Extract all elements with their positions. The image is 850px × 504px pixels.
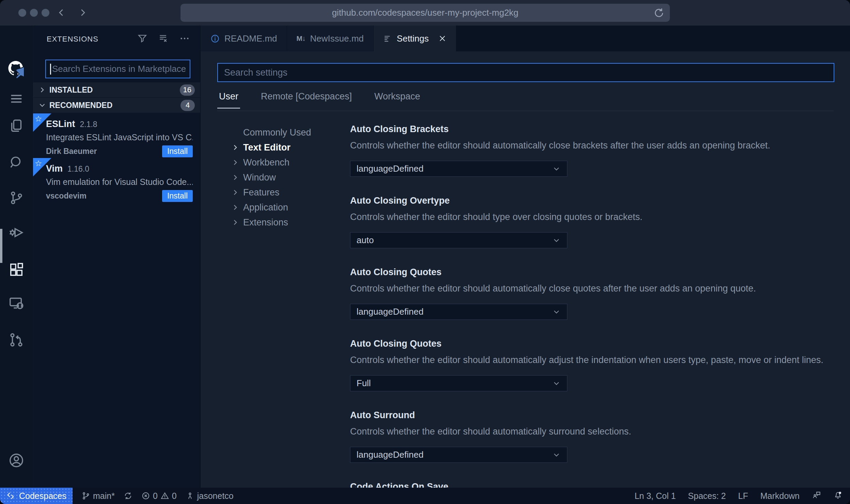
install-button[interactable]: Install: [162, 190, 193, 202]
eol-status[interactable]: LF: [738, 491, 748, 501]
setting-dropdown[interactable]: languageDefined: [350, 161, 567, 177]
browser-window: github.com/codespaces/user-my-project-mg…: [0, 0, 850, 504]
remote-explorer-icon[interactable]: [0, 296, 33, 311]
toc-window[interactable]: Window: [231, 170, 311, 185]
back-button[interactable]: [53, 4, 70, 21]
scope-tab-workspace[interactable]: Workspace: [373, 91, 422, 109]
setting-title: Auto Surround: [350, 409, 850, 421]
setting-description: Controls whether the editor should type …: [350, 210, 850, 223]
setting-dropdown[interactable]: Full: [350, 375, 567, 391]
extension-item-vim[interactable]: ☆ Vim 1.16.0 Vim emulation for Visual St…: [33, 158, 200, 203]
address-bar[interactable]: github.com/codespaces/user-my-project-mg…: [180, 4, 670, 22]
section-recommended[interactable]: RECOMMENDED 4: [33, 98, 200, 113]
clear-extensions-icon[interactable]: [158, 33, 169, 45]
toc-application[interactable]: Application: [231, 200, 311, 215]
menu-icon[interactable]: [0, 91, 33, 107]
account-icon[interactable]: [0, 453, 33, 468]
settings-scope-tabs: User Remote [Codespaces] Workspace: [217, 91, 422, 109]
scope-tab-user[interactable]: User: [217, 91, 240, 109]
settings-search-input[interactable]: [217, 63, 834, 82]
recommended-star-icon: ☆: [33, 158, 51, 176]
run-debug-icon[interactable]: [0, 225, 33, 240]
chevron-down-icon: [38, 101, 47, 110]
toc-text-editor[interactable]: Text Editor: [231, 140, 311, 155]
minimize-window-button[interactable]: [30, 9, 38, 17]
error-count: 0: [153, 491, 158, 501]
install-button[interactable]: Install: [162, 145, 193, 157]
setting-auto-closing-quotes: Auto Closing Quotes Controls whether the…: [350, 266, 850, 320]
zoom-window-button[interactable]: [42, 9, 49, 17]
branch-name: main*: [93, 491, 115, 501]
toc-extensions[interactable]: Extensions: [231, 215, 311, 230]
scope-tab-remote[interactable]: Remote [Codespaces]: [259, 91, 353, 109]
tab-readme[interactable]: README.md: [201, 26, 287, 51]
section-installed[interactable]: INSTALLED 16: [33, 82, 200, 98]
browser-chrome: github.com/codespaces/user-my-project-mg…: [0, 0, 850, 26]
chevron-down-icon: [552, 451, 561, 459]
remote-indicator[interactable]: Codespaces: [0, 488, 73, 504]
extension-description: Vim emulation for Visual Studio Code...: [46, 177, 193, 187]
sidebar-title: EXTENSIONS: [47, 35, 98, 44]
setting-title: Auto Closing Brackets: [350, 123, 850, 135]
github-pull-requests-icon[interactable]: [0, 332, 33, 348]
recommended-count-badge: 4: [180, 100, 195, 111]
reload-icon[interactable]: [654, 7, 664, 18]
setting-description: Controls whether the editor should autom…: [350, 425, 850, 438]
extension-item-eslint[interactable]: ☆ ESLint 2.1.8 Integrates ESLint JavaScr…: [33, 113, 200, 158]
extensions-search-input[interactable]: Search Extensions in Marketplace: [45, 60, 190, 78]
extension-author: vscodevim: [46, 191, 86, 201]
extensions-icon[interactable]: [0, 262, 33, 278]
close-window-button[interactable]: [18, 9, 26, 17]
setting-dropdown[interactable]: languageDefined: [350, 304, 567, 320]
notifications-bell-icon[interactable]: [833, 490, 843, 502]
setting-dropdown[interactable]: languageDefined: [350, 447, 567, 463]
scope-divider: [217, 111, 834, 111]
extension-version: 1.16.0: [67, 164, 89, 174]
user-status[interactable]: jasonetco: [186, 491, 234, 501]
explorer-icon[interactable]: [0, 118, 33, 134]
chevron-right-icon: [38, 85, 47, 94]
problems-status[interactable]: 0 0: [141, 491, 177, 501]
toc-features[interactable]: Features: [231, 185, 311, 200]
branch-status[interactable]: main*: [81, 491, 115, 501]
indentation-status[interactable]: Spaces: 2: [688, 491, 726, 501]
chevron-down-icon: [552, 164, 561, 173]
url-text: github.com/codespaces/user-my-project-mg…: [332, 7, 519, 18]
extension-author: Dirk Baeumer: [46, 147, 97, 156]
remote-label: Codespaces: [19, 491, 66, 501]
tab-newissue[interactable]: M↓ NewIssue.md: [287, 26, 374, 51]
settings-toc: Commonly Used Text Editor Workbench Wind…: [231, 125, 311, 230]
user-name: jasonetco: [197, 491, 234, 501]
cursor-position[interactable]: Ln 3, Col 1: [634, 491, 676, 501]
toc-commonly-used[interactable]: Commonly Used: [231, 125, 311, 140]
setting-title: Auto Closing Quotes: [350, 338, 850, 349]
setting-dropdown[interactable]: auto: [350, 232, 567, 248]
source-control-icon[interactable]: [0, 190, 33, 206]
sync-button[interactable]: [124, 491, 132, 500]
settings-list: Auto Closing Brackets Controls whether t…: [350, 123, 850, 504]
github-codespaces-logo: [0, 60, 33, 79]
filter-icon[interactable]: [137, 33, 148, 45]
forward-button[interactable]: [74, 4, 91, 21]
setting-auto-closing-brackets: Auto Closing Brackets Controls whether t…: [350, 123, 850, 177]
setting-title: Auto Closing Quotes: [350, 266, 850, 278]
setting-description: Controls whether the editor should autom…: [350, 139, 850, 152]
feedback-icon[interactable]: [812, 490, 821, 502]
status-bar: Codespaces main* 0 0 jasonetco Ln 3, Col…: [0, 488, 850, 504]
warning-count: 0: [172, 491, 177, 501]
extensions-sidebar: EXTENSIONS Search Extensions in Marketpl…: [33, 26, 201, 488]
more-actions-icon[interactable]: [179, 33, 190, 45]
window-controls[interactable]: [18, 9, 49, 17]
close-tab-icon[interactable]: [438, 34, 446, 43]
tab-settings[interactable]: Settings: [374, 26, 456, 51]
toc-workbench[interactable]: Workbench: [231, 155, 311, 170]
extension-description: Integrates ESLint JavaScript into VS C..…: [46, 132, 193, 142]
activity-bar: [0, 26, 33, 488]
extensions-search-placeholder: Search Extensions in Marketplace: [52, 64, 186, 74]
tab-label: Settings: [397, 33, 429, 44]
tab-bar: README.md M↓ NewIssue.md Settings: [201, 26, 850, 51]
chevron-down-icon: [552, 308, 561, 316]
search-icon[interactable]: [0, 154, 33, 170]
language-mode[interactable]: Markdown: [760, 491, 800, 501]
setting-description: Controls whether the editor should autom…: [350, 282, 850, 295]
